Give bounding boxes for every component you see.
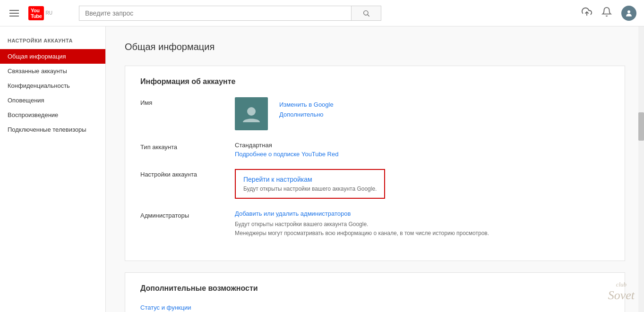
scrollbar-thumb[interactable] (638, 112, 644, 141)
sidebar-item-notifications[interactable]: Оповещения (0, 93, 105, 108)
account-type-value: Стандартная Подробнее о подписке YouTube… (235, 142, 610, 158)
settings-box: Перейти к настройкам Будут открыты настр… (235, 169, 385, 199)
search-button[interactable] (351, 6, 381, 21)
upload-icon[interactable] (582, 7, 592, 19)
admin-desc1: Будут открыты настройки вашего аккаунта … (235, 220, 610, 229)
manage-admins-link[interactable]: Добавить или удалить администраторов (235, 210, 610, 217)
svg-line-1 (368, 15, 369, 17)
page-title: Общая информация (125, 42, 625, 52)
header: YouTube RU (0, 0, 644, 26)
name-value: Изменить в Google Дополнительно (235, 97, 610, 130)
admin-value: Добавить или удалить администраторов Буд… (235, 210, 610, 238)
header-right (582, 6, 636, 21)
account-settings-row: Настройки аккаунта Перейти к настройкам … (140, 169, 610, 199)
name-label: Имя (140, 97, 235, 106)
go-to-settings-link[interactable]: Перейти к настройкам (243, 176, 377, 183)
sidebar-heading: НАСТРОЙКИ АККАУНТА (0, 34, 105, 49)
svg-point-0 (364, 10, 368, 15)
additional-link[interactable]: Дополнительно (279, 111, 334, 118)
account-info-title: Информация об аккаунте (140, 77, 610, 86)
search-icon (362, 9, 370, 17)
profile-avatar (235, 97, 268, 130)
additional-title: Дополнительные возможности (140, 284, 610, 293)
account-type-row: Тип аккаунта Стандартная Подробнее о под… (140, 142, 610, 158)
sidebar-item-general[interactable]: Общая информация (0, 49, 105, 64)
admin-desc2: Менеджеры могут просматривать всю информ… (235, 229, 610, 238)
account-info-section: Информация об аккаунте Имя Изменить в Go (125, 66, 625, 261)
notification-icon[interactable] (601, 7, 612, 19)
admin-row: Администраторы Добавить или удалить адми… (140, 210, 610, 238)
search-input[interactable] (79, 6, 351, 21)
menu-icon[interactable] (8, 8, 21, 18)
logo-ru: RU (45, 10, 52, 16)
yt-icon: YouTube (28, 6, 44, 20)
change-in-google-link[interactable]: Изменить в Google (279, 101, 334, 108)
settings-description: Будут открыты настройки вашего аккаунта … (243, 186, 377, 192)
youtube-logo[interactable]: YouTube RU (28, 6, 52, 20)
name-row: Имя Изменить в Google Дополнительно (140, 97, 610, 130)
admin-label: Администраторы (140, 210, 235, 219)
additional-links: Статус и функции Показать все каналы или… (140, 304, 610, 312)
scrollbar[interactable] (638, 26, 644, 312)
sidebar-item-playback[interactable]: Воспроизведение (0, 108, 105, 122)
sidebar-item-tv[interactable]: Подключенные телевизоры (0, 122, 105, 137)
avatar-links: Изменить в Google Дополнительно (279, 97, 334, 118)
account-settings-label: Настройки аккаунта (140, 169, 235, 178)
page-body: НАСТРОЙКИ АККАУНТА Общая информация Связ… (0, 26, 644, 312)
sidebar-item-privacy[interactable]: Конфиденциальность (0, 78, 105, 93)
account-type-label: Тип аккаунта (140, 142, 235, 151)
sidebar: НАСТРОЙКИ АККАУНТА Общая информация Связ… (0, 26, 106, 312)
youtube-red-link[interactable]: Подробнее о подписке YouTube Red (235, 151, 338, 158)
svg-point-4 (247, 107, 256, 116)
search-area (79, 6, 381, 21)
account-settings-value: Перейти к настройкам Будут открыты настр… (235, 169, 610, 199)
sidebar-item-linked[interactable]: Связанные аккаунты (0, 64, 105, 78)
user-avatar[interactable] (621, 6, 636, 21)
account-type-text: Стандартная (235, 142, 610, 149)
svg-point-3 (627, 10, 630, 13)
status-functions-link[interactable]: Статус и функции (140, 304, 610, 311)
additional-section: Дополнительные возможности Статус и функ… (125, 272, 625, 312)
main-content: Общая информация Информация об аккаунте … (106, 26, 644, 312)
